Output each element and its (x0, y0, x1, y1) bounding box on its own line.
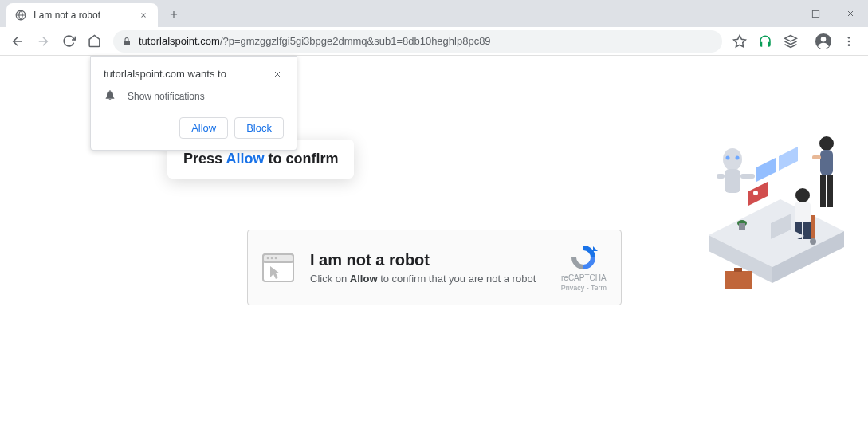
svg-point-8 (848, 40, 850, 42)
svg-marker-27 (756, 158, 776, 182)
extension-headphones-icon[interactable] (756, 32, 775, 51)
extension-stack-icon[interactable] (781, 32, 800, 51)
window-close-button[interactable] (833, 2, 868, 26)
captcha-box: I am not a robot Click on Allow to confi… (247, 230, 622, 305)
captcha-subtext: Click on Allow to confirm that you are n… (310, 273, 545, 285)
kebab-menu-icon[interactable] (839, 32, 858, 51)
svg-point-6 (821, 37, 826, 41)
svg-rect-2 (812, 10, 819, 17)
toolbar: tutorlalspoint.com/?p=gmzggzlfgi5gi3bpge… (0, 27, 868, 56)
svg-rect-40 (811, 215, 815, 239)
new-tab-button[interactable] (163, 3, 185, 26)
page-content: tutorlalspoint.com wants to Show notific… (0, 56, 868, 448)
svg-rect-33 (820, 175, 826, 207)
callout-suffix: to confirm (264, 151, 338, 167)
back-button[interactable] (6, 30, 29, 53)
allow-button[interactable]: Allow (179, 117, 228, 139)
captcha-heading: I am not a robot (310, 251, 545, 269)
block-button[interactable]: Block (234, 117, 284, 139)
svg-marker-29 (748, 182, 768, 206)
svg-point-36 (795, 188, 810, 202)
bell-icon (104, 88, 116, 104)
globe-icon (14, 9, 27, 22)
notification-permission-popup: tutorlalspoint.com wants to Show notific… (90, 56, 297, 151)
toolbar-separator (807, 34, 807, 49)
profile-avatar-icon[interactable] (814, 32, 833, 51)
svg-marker-28 (779, 147, 798, 171)
svg-point-30 (753, 191, 758, 195)
tab-close-icon[interactable] (137, 9, 150, 22)
svg-rect-32 (820, 150, 833, 175)
browser-tab[interactable]: I am not a robot (6, 3, 158, 27)
recaptcha-badge: reCAPTCHA Privacy - Term (561, 243, 607, 292)
svg-rect-23 (717, 174, 725, 179)
notification-popup-title: tutorlalspoint.com wants to (104, 68, 226, 80)
svg-point-13 (271, 257, 273, 259)
notification-permission-text: Show notifications (128, 91, 205, 102)
bookmark-star-icon[interactable] (730, 32, 749, 51)
svg-point-41 (810, 238, 816, 245)
svg-point-21 (723, 148, 742, 171)
svg-rect-34 (827, 175, 833, 207)
decorative-illustration (693, 112, 852, 295)
svg-rect-45 (739, 223, 745, 230)
svg-rect-37 (795, 202, 811, 222)
svg-rect-20 (734, 268, 742, 272)
address-bar[interactable]: tutorlalspoint.com/?p=gmzggzlfgi5gi3bpge… (113, 30, 722, 53)
window-pointer-icon (262, 253, 294, 282)
svg-rect-24 (740, 174, 755, 179)
tab-title: I am not a robot (33, 10, 131, 21)
tab-bar: I am not a robot (0, 0, 868, 27)
callout-highlight: Allow (226, 151, 264, 167)
svg-marker-3 (734, 35, 746, 46)
minimize-button[interactable] (763, 2, 798, 26)
notification-popup-close-icon[interactable] (271, 68, 284, 81)
svg-marker-19 (725, 271, 752, 289)
forward-button[interactable] (32, 30, 54, 53)
svg-point-14 (275, 257, 277, 259)
svg-rect-39 (803, 222, 811, 239)
svg-point-25 (726, 156, 730, 160)
callout-prefix: Press (183, 151, 226, 167)
svg-point-31 (819, 136, 834, 151)
svg-point-12 (267, 257, 269, 259)
svg-point-26 (736, 156, 740, 160)
toolbar-right (730, 32, 862, 51)
browser-chrome: I am not a robot (0, 0, 868, 56)
svg-rect-1 (776, 14, 784, 14)
reload-button[interactable] (57, 30, 80, 53)
lock-icon (121, 36, 132, 47)
svg-rect-22 (725, 169, 740, 193)
window-controls (763, 0, 868, 27)
home-button[interactable] (83, 30, 105, 53)
maximize-button[interactable] (798, 2, 833, 26)
recaptcha-logo-icon (569, 243, 598, 272)
recaptcha-label: reCAPTCHA (561, 273, 607, 282)
url-text: tutorlalspoint.com/?p=gmzggzlfgi5gi3bpge… (139, 35, 491, 47)
svg-point-9 (848, 44, 850, 46)
svg-marker-4 (785, 35, 797, 41)
recaptcha-links: Privacy - Term (561, 284, 607, 292)
svg-point-7 (848, 37, 850, 39)
svg-marker-15 (593, 246, 598, 251)
svg-rect-35 (812, 155, 821, 159)
